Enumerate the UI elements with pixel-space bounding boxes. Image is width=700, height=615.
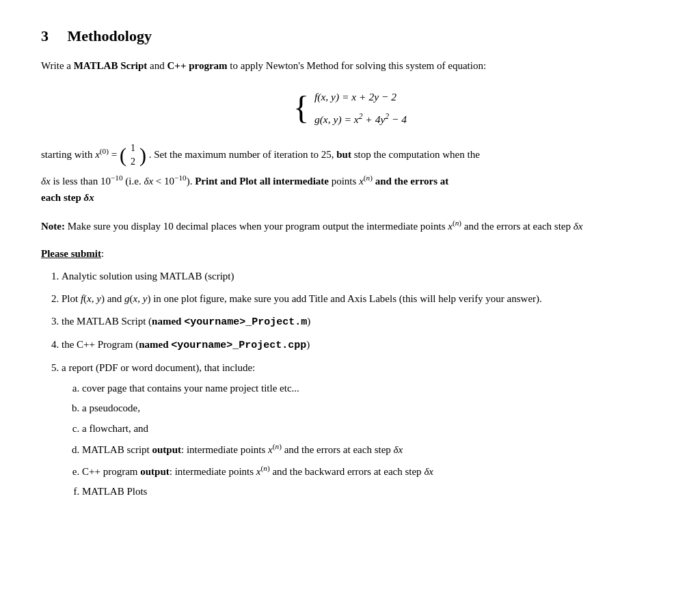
points-text: points x(n) [332,176,375,187]
matrix-values: 1 2 [128,142,138,168]
sub-item-e: C++ program output: intermediate points … [82,462,659,481]
delta-text-1: δx is less than 10−10 (i.e. δx < 10−10). [41,176,195,187]
list-item-2: Plot f(x, y) and g(x, y) in one plot fig… [62,290,659,308]
matlab-bold: MATLAB Script [74,60,148,71]
note-label: Note: [41,221,65,232]
sub-item-d-text: MATLAB script output: intermediate point… [82,444,403,455]
matrix-bot: 2 [131,156,135,168]
starting-with-text: starting with x(0) = [41,149,120,160]
intro-text-2: and [150,60,167,71]
delta-line-paragraph: δx is less than 10−10 (i.e. δx < 10−10).… [41,172,659,206]
print-plot-bold: Print and Plot all intermediate [195,176,329,187]
equation-block: { f(x, y) = x + 2y − 2 g(x, y) = x2 + 4y… [41,86,659,130]
note-text: Make sure you display 10 decimal places … [68,221,583,232]
list-item-2-text: Plot f(x, y) and g(x, y) in one plot fig… [62,293,542,304]
sub-item-f-text: MATLAB Plots [82,486,147,497]
list-item-1: Analytic solution using MATLAB (script) [62,267,659,286]
list-item-5: a report (PDF or word document), that in… [62,359,659,501]
section-title: Methodology [68,27,152,44]
each-step-bold: each step δx [41,192,94,203]
set-max-text: . Set the maximum number of iteration to… [149,149,480,160]
intro-text-1: Write a [41,60,74,71]
sub-item-e-text: C++ program output: intermediate points … [82,466,433,477]
list-item-3-text: the MATLAB Script (named <yourname>_Proj… [62,316,310,327]
initial-vector: ( 1 2 ) [120,142,146,168]
errors-bold: and the errors at [375,176,449,187]
intro-text-4: to apply Newton's Method for solving thi… [230,60,486,71]
matrix-top: 1 [131,142,135,154]
brace-system: { f(x, y) = x + 2y − 2 g(x, y) = x2 + 4y… [293,86,407,130]
sub-item-a: cover page that contains your name proje… [82,380,659,398]
equation-f: f(x, y) = x + 2y − 2 [314,86,407,107]
sub-item-d: MATLAB script output: intermediate point… [82,440,659,459]
equation-g: g(x, y) = x2 + 4y2 − 4 [314,109,407,130]
please-submit-heading: Please submit: [41,245,659,262]
section-number: 3 [41,27,49,44]
left-brace: { [293,92,309,124]
list-item-4-text: the C++ Program (named <yourname>_Projec… [62,339,310,350]
list-item-4: the C++ Program (named <yourname>_Projec… [62,336,659,355]
sub-item-f: MATLAB Plots [82,483,659,501]
program-bold: program [189,60,227,71]
sub-item-a-text: cover page that contains your name proje… [82,383,299,394]
equation-lines: f(x, y) = x + 2y − 2 g(x, y) = x2 + 4y2 … [314,86,407,130]
list-item-1-text: Analytic solution using MATLAB (script) [62,271,234,282]
sub-item-b: a pseudocode, [82,400,659,418]
sub-item-b-text: a pseudocode, [82,402,140,413]
starting-with-paragraph: starting with x(0) = ( 1 2 ) . Set the m… [41,142,659,168]
submit-list: Analytic solution using MATLAB (script) … [62,267,659,501]
list-item-3: the MATLAB Script (named <yourname>_Proj… [62,312,659,331]
intro-paragraph: Write a MATLAB Script and C++ program to… [41,57,659,74]
section-heading: 3 Methodology [41,27,659,45]
note-paragraph: Note: Make sure you display 10 decimal p… [41,217,659,234]
right-paren: ) [139,145,146,165]
sub-item-c: a flowchart, and [82,420,659,438]
cpp-bold: C++ [167,60,187,71]
sub-item-c-text: a flowchart, and [82,423,148,434]
please-submit-label: Please submit [41,248,101,259]
left-paren: ( [120,145,126,165]
list-item-5-text: a report (PDF or word document), that in… [62,362,255,373]
sub-list: cover page that contains your name proje… [82,380,659,501]
